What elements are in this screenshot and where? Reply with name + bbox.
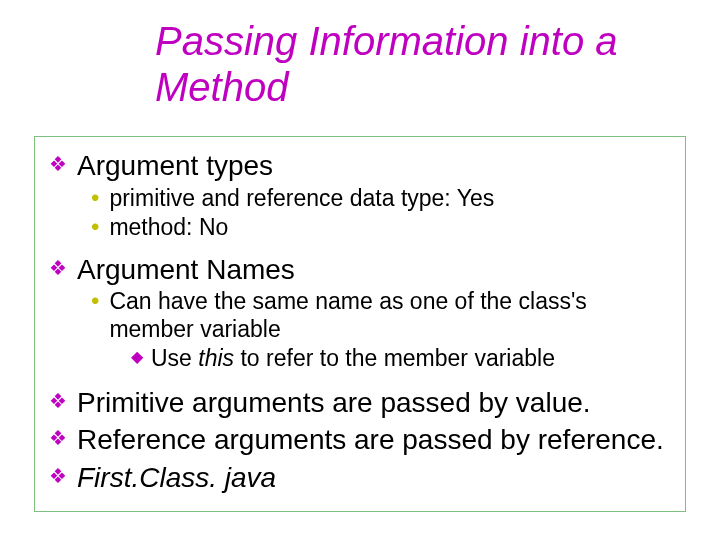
- bullet-lvl3: ◆ Use this to refer to the member variab…: [131, 345, 671, 372]
- bullet-lvl2: • method: No: [91, 214, 671, 241]
- lvl3-keyword: this: [198, 345, 234, 371]
- dot-bullet-icon: •: [91, 288, 99, 314]
- lvl2-text: Can have the same name as one of the cla…: [109, 288, 671, 342]
- lvl3-pre: Use: [151, 345, 198, 371]
- diamond-bullet-icon: ❖: [49, 149, 67, 179]
- lvl1-italic-text: First.Class. java: [77, 462, 276, 493]
- lvl2-text: primitive and reference data type: Yes: [109, 185, 494, 212]
- lvl1-text: First.Class. java: [77, 461, 276, 495]
- lvl1-text: Argument Names: [77, 253, 295, 287]
- lvl2-text: method: No: [109, 214, 228, 241]
- diamond-bullet-icon: ❖: [49, 253, 67, 283]
- lvl1-text: Primitive arguments are passed by value.: [77, 386, 591, 420]
- bullet-lvl2: • Can have the same name as one of the c…: [91, 288, 671, 342]
- bullet-lvl1: ❖ First.Class. java: [49, 461, 671, 495]
- lvl1-text: Argument types: [77, 149, 273, 183]
- bullet-lvl2: • primitive and reference data type: Yes: [91, 185, 671, 212]
- bullet-lvl1: ❖ Reference arguments are passed by refe…: [49, 423, 671, 457]
- dot-bullet-icon: •: [91, 214, 99, 240]
- dot-bullet-icon: •: [91, 185, 99, 211]
- lvl1-text: Reference arguments are passed by refere…: [77, 423, 664, 457]
- content-box: ❖ Argument types • primitive and referen…: [34, 136, 686, 512]
- lvl3-text: Use this to refer to the member variable: [151, 345, 555, 372]
- square-bullet-icon: ◆: [131, 345, 143, 369]
- diamond-bullet-icon: ❖: [49, 423, 67, 453]
- bullet-lvl1: ❖ Argument Names: [49, 253, 671, 287]
- bullet-lvl1: ❖ Primitive arguments are passed by valu…: [49, 386, 671, 420]
- slide-title: Passing Information into a Method: [155, 18, 675, 110]
- diamond-bullet-icon: ❖: [49, 386, 67, 416]
- diamond-bullet-icon: ❖: [49, 461, 67, 491]
- lvl3-post: to refer to the member variable: [234, 345, 555, 371]
- slide: Passing Information into a Method ❖ Argu…: [0, 0, 720, 540]
- bullet-lvl1: ❖ Argument types: [49, 149, 671, 183]
